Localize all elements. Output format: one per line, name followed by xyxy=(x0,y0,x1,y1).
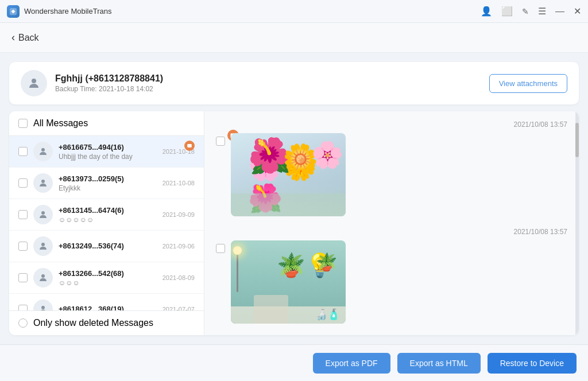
contact-item-avatar xyxy=(33,236,53,256)
svg-point-5 xyxy=(41,211,45,215)
contact-item-info: +8613249...536(74) xyxy=(59,242,157,251)
contact-items: +8616675...494(16) Uhbjjj the day of the… xyxy=(9,136,204,310)
contact-list: All Messages +8616675...494(1 xyxy=(9,111,204,335)
profile-icon[interactable]: 👤 xyxy=(481,6,492,17)
contact-item-avatar xyxy=(33,268,53,287)
contact-item-name: +8613145...6474(6) xyxy=(59,206,157,215)
export-html-button[interactable]: Export as HTML xyxy=(397,353,481,374)
list-item[interactable]: +8616675...494(16) Uhbjjj the day of the… xyxy=(9,136,204,168)
scrollbar[interactable] xyxy=(575,111,579,335)
contact-item-avatar xyxy=(33,205,53,224)
window-icon[interactable]: ⬜ xyxy=(501,6,513,17)
svg-point-7 xyxy=(41,274,45,278)
message-image-container: 🌺 🌼 🌸 xyxy=(216,133,567,216)
contact-item-name: +8613266...542(68) xyxy=(59,269,157,278)
export-pdf-button[interactable]: Export as PDF xyxy=(313,353,390,374)
nav-bar: ‹ Back xyxy=(0,23,588,53)
contact-item-preview: ☺☺☺☺☺ xyxy=(59,216,157,224)
list-item[interactable]: +8613266...542(68) ☺☺☺ 2021-08-09 xyxy=(9,262,204,294)
contact-item-avatar xyxy=(33,173,53,193)
contact-name: Fghhjj (+8613128788841) xyxy=(55,73,163,84)
contact-item-name: +8613973...0259(5) xyxy=(59,174,157,183)
action-bar: Export as PDF Export as HTML Restore to … xyxy=(0,344,588,381)
svg-point-4 xyxy=(41,180,45,183)
contact-item-name: +8618612...368(19) xyxy=(59,305,157,311)
scrollbar-thumb[interactable] xyxy=(575,123,579,157)
view-attachments-button[interactable]: View attachments xyxy=(489,74,567,93)
svg-point-6 xyxy=(41,243,45,246)
message-image: 🪴 🍶🧴 xyxy=(231,240,346,324)
contact-checkbox[interactable] xyxy=(18,178,28,188)
contact-item-info: +8618612...368(19) xyxy=(59,305,157,311)
contact-item-info: +8613973...0259(5) Etyjkkk xyxy=(59,174,157,192)
message-group: 2021/10/08 13:57 🪴 xyxy=(216,228,567,324)
all-messages-header: All Messages xyxy=(9,111,204,136)
contact-item-date: 2021-08-09 xyxy=(163,274,195,281)
app-window: ‹ Back Fghhjj (+8613128788841) Backup Ti… xyxy=(0,23,588,381)
list-item[interactable]: +8613249...536(74) 2021-09-06 xyxy=(9,231,204,262)
contact-item-date: 2021-07-07 xyxy=(163,306,195,310)
backup-time: Backup Time: 2021-10-18 14:02 xyxy=(55,85,163,93)
message-select-checkbox[interactable] xyxy=(216,244,225,253)
deleted-messages-radio[interactable] xyxy=(18,318,28,328)
svg-point-1 xyxy=(32,79,36,83)
contact-checkbox[interactable] xyxy=(18,242,28,251)
contact-checkbox[interactable] xyxy=(18,210,28,219)
messages-panel: 2021/10/08 13:57 🌺 🌼 xyxy=(204,111,579,335)
contact-checkbox[interactable] xyxy=(18,273,28,282)
list-item[interactable]: +8613973...0259(5) Etyjkkk 2021-10-08 xyxy=(9,168,204,199)
contact-header-card: Fghhjj (+8613128788841) Backup Time: 202… xyxy=(9,62,579,104)
contact-item-preview: Etyjkkk xyxy=(59,184,157,192)
message-badge xyxy=(184,141,195,151)
all-messages-label: All Messages xyxy=(33,118,88,129)
contact-item-date: 2021-10-08 xyxy=(163,180,195,186)
contact-item-date: 2021-09-09 xyxy=(163,211,195,218)
message-timestamp: 2021/10/08 13:57 xyxy=(216,228,567,236)
deleted-messages-row: Only show deleted Messages xyxy=(9,310,204,335)
list-item[interactable]: +8618612...368(19) 2021-07-07 xyxy=(9,294,204,310)
message-image-wrapper: 🪴 🍶🧴 xyxy=(231,240,346,324)
menu-icon[interactable]: ☰ xyxy=(538,6,546,17)
contact-item-avatar xyxy=(33,142,53,161)
messages-scroll[interactable]: 2021/10/08 13:57 🌺 🌼 xyxy=(204,111,579,335)
back-arrow-icon: ‹ xyxy=(11,32,15,44)
contact-checkbox[interactable] xyxy=(18,147,28,156)
contact-details: Fghhjj (+8613128788841) Backup Time: 202… xyxy=(55,73,163,93)
contact-item-name: +8613249...536(74) xyxy=(59,242,157,250)
restore-to-device-button[interactable]: Restore to Device xyxy=(488,353,577,374)
back-label: Back xyxy=(18,33,39,43)
content-area: Fghhjj (+8613128788841) Backup Time: 202… xyxy=(0,53,588,344)
message-image-container: 🪴 🍶🧴 xyxy=(216,240,567,324)
contact-item-preview: ☺☺☺ xyxy=(59,279,157,287)
contact-item-info: +8613266...542(68) ☺☺☺ xyxy=(59,269,157,287)
svg-point-8 xyxy=(41,306,45,309)
contact-item-date: 2021-09-06 xyxy=(163,243,195,250)
contact-item-avatar xyxy=(33,300,53,310)
edit-icon[interactable]: ✎ xyxy=(522,7,529,16)
list-item[interactable]: +8613145...6474(6) ☺☺☺☺☺ 2021-09-09 xyxy=(9,199,204,231)
svg-rect-3 xyxy=(187,144,192,147)
message-image-wrapper: 🌺 🌼 🌸 xyxy=(231,133,346,216)
message-group: 2021/10/08 13:57 🌺 🌼 xyxy=(216,120,567,216)
title-bar-left: Wondershare MobileTrans xyxy=(7,5,111,18)
app-icon xyxy=(7,5,20,18)
avatar xyxy=(21,70,47,96)
minimize-icon[interactable]: — xyxy=(555,6,564,17)
message-select-checkbox[interactable] xyxy=(216,137,225,146)
contact-item-name: +8616675...494(16) xyxy=(59,143,157,151)
main-panel: All Messages +8616675...494(1 xyxy=(9,111,579,335)
message-image: 🌺 🌼 🌸 xyxy=(231,133,346,216)
back-button[interactable]: ‹ Back xyxy=(11,32,39,44)
close-icon[interactable]: ✕ xyxy=(574,6,581,17)
app-title: Wondershare MobileTrans xyxy=(24,7,111,15)
all-messages-checkbox[interactable] xyxy=(18,119,28,128)
deleted-messages-label: Only show deleted Messages xyxy=(33,318,153,328)
svg-point-2 xyxy=(41,148,45,151)
message-timestamp: 2021/10/08 13:57 xyxy=(216,120,567,129)
contact-item-preview: Uhbjjj the day of the day xyxy=(59,153,157,161)
contact-info: Fghhjj (+8613128788841) Backup Time: 202… xyxy=(21,70,163,96)
contact-checkbox[interactable] xyxy=(18,305,28,310)
contact-item-info: +8613145...6474(6) ☺☺☺☺☺ xyxy=(59,206,157,224)
window-controls: 👤 ⬜ ✎ ☰ — ✕ xyxy=(481,6,581,17)
contact-item-info: +8616675...494(16) Uhbjjj the day of the… xyxy=(59,143,157,161)
